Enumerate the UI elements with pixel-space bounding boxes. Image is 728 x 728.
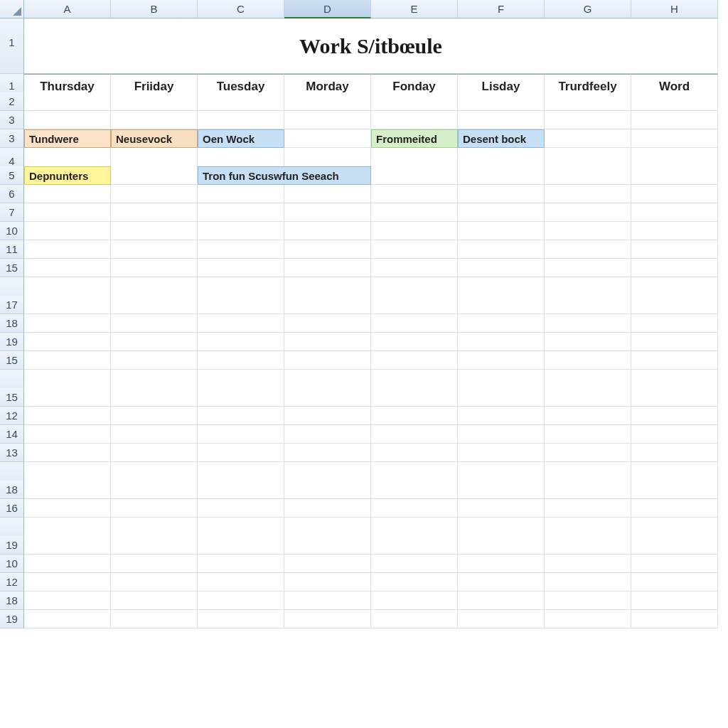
cell[interactable] [198, 92, 284, 111]
cell[interactable] [371, 259, 458, 277]
cell[interactable] [198, 555, 284, 573]
cell[interactable] [284, 499, 371, 518]
cell[interactable] [371, 592, 458, 610]
cell[interactable] [198, 610, 284, 628]
cell[interactable] [631, 111, 718, 129]
cell[interactable] [545, 610, 631, 628]
row-header[interactable]: 2 [0, 92, 24, 111]
cell[interactable] [198, 203, 284, 222]
cell[interactable] [284, 388, 371, 407]
cell[interactable] [284, 259, 371, 277]
cell-F3[interactable]: Desent bock [458, 129, 545, 148]
cell[interactable] [24, 222, 111, 240]
cell[interactable] [111, 592, 198, 610]
cell[interactable] [284, 555, 371, 573]
cell[interactable] [545, 240, 631, 259]
cell[interactable] [545, 333, 631, 351]
cell[interactable] [198, 425, 284, 444]
cell[interactable] [631, 92, 718, 111]
cell[interactable] [24, 573, 111, 592]
cell[interactable] [371, 203, 458, 222]
cell[interactable] [111, 388, 198, 407]
cell[interactable] [24, 92, 111, 111]
cell[interactable] [284, 333, 371, 351]
cell[interactable] [198, 536, 284, 555]
cell[interactable] [371, 333, 458, 351]
cell-H5[interactable] [631, 166, 718, 185]
cell[interactable] [24, 425, 111, 444]
cell[interactable] [545, 185, 631, 203]
cell[interactable] [458, 481, 545, 499]
cell[interactable] [198, 296, 284, 314]
cell[interactable] [284, 203, 371, 222]
cell[interactable] [371, 351, 458, 370]
row-header[interactable]: 11 [0, 240, 24, 259]
cell[interactable] [198, 499, 284, 518]
cell[interactable] [198, 573, 284, 592]
cell[interactable] [198, 388, 284, 407]
cell[interactable] [371, 388, 458, 407]
select-all-corner[interactable] [0, 0, 24, 18]
row-header[interactable]: 17 [0, 296, 24, 314]
cell[interactable] [111, 314, 198, 333]
col-header-G[interactable]: G [545, 0, 631, 18]
cell-C3[interactable]: Oen Wock [198, 129, 284, 148]
cell[interactable] [371, 222, 458, 240]
cell[interactable] [111, 240, 198, 259]
cell[interactable] [111, 444, 198, 462]
cell[interactable] [111, 111, 198, 129]
col-header-B[interactable]: B [111, 0, 198, 18]
cell[interactable] [284, 425, 371, 444]
cell[interactable] [24, 333, 111, 351]
cell[interactable] [545, 296, 631, 314]
cell[interactable] [198, 407, 284, 425]
cell[interactable] [631, 314, 718, 333]
cell[interactable] [24, 259, 111, 277]
cell[interactable] [631, 203, 718, 222]
cell[interactable] [24, 111, 111, 129]
cell[interactable] [111, 92, 198, 111]
cell[interactable] [111, 259, 198, 277]
cell[interactable] [458, 444, 545, 462]
cell[interactable] [371, 111, 458, 129]
cell[interactable] [284, 222, 371, 240]
row-header[interactable]: 15 [0, 351, 24, 370]
cell[interactable] [24, 555, 111, 573]
cell[interactable] [284, 592, 371, 610]
cell[interactable] [631, 259, 718, 277]
cell[interactable] [631, 185, 718, 203]
cell[interactable] [371, 240, 458, 259]
cell[interactable] [545, 203, 631, 222]
cell[interactable] [545, 425, 631, 444]
cell[interactable] [545, 481, 631, 499]
cell[interactable] [284, 185, 371, 203]
row-header[interactable]: 6 [0, 185, 24, 203]
cell[interactable] [284, 481, 371, 499]
cell[interactable] [24, 314, 111, 333]
cell[interactable] [198, 259, 284, 277]
row-header[interactable]: 16 [0, 499, 24, 518]
cell[interactable] [458, 425, 545, 444]
cell-A5[interactable]: Depnunters [24, 166, 111, 185]
cell[interactable] [284, 536, 371, 555]
cell[interactable] [111, 573, 198, 592]
row-header[interactable]: 12 [0, 407, 24, 425]
cell[interactable] [371, 555, 458, 573]
row-header[interactable]: 18 [0, 481, 24, 499]
cell[interactable] [284, 296, 371, 314]
cell[interactable] [371, 296, 458, 314]
cell[interactable] [24, 536, 111, 555]
cell[interactable] [458, 240, 545, 259]
row-header[interactable]: 13 [0, 444, 24, 462]
row-header[interactable]: 18 [0, 314, 24, 333]
cell[interactable] [284, 407, 371, 425]
cell[interactable] [24, 240, 111, 259]
cell[interactable] [24, 203, 111, 222]
cell[interactable] [111, 536, 198, 555]
cell[interactable] [631, 240, 718, 259]
cell-E5[interactable] [371, 166, 458, 185]
cell-C5[interactable]: Tron fun Scuswfun Seeach [198, 166, 371, 185]
cell-D3[interactable] [284, 129, 371, 148]
cell[interactable] [371, 407, 458, 425]
cell[interactable] [631, 388, 718, 407]
